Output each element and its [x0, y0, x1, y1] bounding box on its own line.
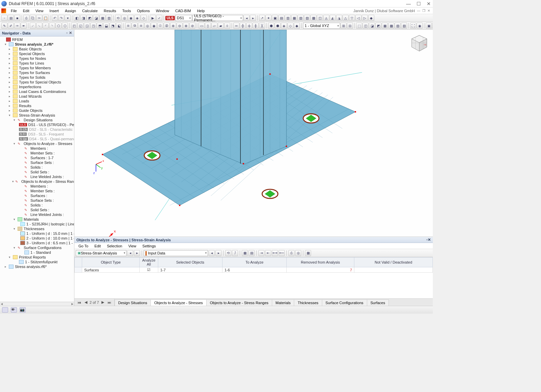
bp-selection[interactable]: Selection: [104, 244, 125, 248]
tree-folder[interactable]: ▸Types for Members: [0, 66, 74, 70]
mdi-restore-icon[interactable]: ❐: [422, 9, 425, 13]
g3-icon[interactable]: ⬚: [356, 23, 362, 29]
g2-icon[interactable]: ⊟: [347, 23, 353, 29]
e28-icon[interactable]: ⊗: [183, 23, 189, 29]
3d-viewport[interactable]: x y z X Y Z +X: [74, 30, 433, 237]
view-2-icon[interactable]: ◨: [80, 15, 86, 21]
bp-t10-icon[interactable]: ◎: [295, 250, 301, 256]
cut-icon[interactable]: ✂: [36, 15, 42, 21]
minimize-button[interactable]: —: [406, 1, 411, 6]
tree-folder[interactable]: ▸Results: [0, 103, 74, 108]
m1-icon[interactable]: ═: [233, 23, 239, 29]
bp-combo2[interactable]: ▌ Input Data: [144, 250, 208, 256]
e13-icon[interactable]: ◲: [84, 23, 90, 29]
r7-icon[interactable]: ▧: [298, 15, 304, 21]
c2-icon[interactable]: ⬣: [275, 23, 281, 29]
tree-folder[interactable]: ▸Types for Surfaces: [0, 70, 74, 75]
nav-hscroll[interactable]: [0, 302, 74, 306]
tree-ds-item[interactable]: ULSDS1 - ULS (STR/GEO) - Perman: [0, 122, 74, 127]
close-button[interactable]: ✕: [426, 1, 431, 6]
e23-icon[interactable]: ◉: [151, 23, 157, 29]
r5-icon[interactable]: ▥: [285, 15, 291, 21]
sel2-icon[interactable]: ▯: [205, 23, 211, 29]
mdi-close-icon[interactable]: ✕: [427, 9, 430, 13]
tab-ota-ranges[interactable]: Objects to Analyze - Stress Ranges: [206, 299, 272, 306]
bp-t5-icon[interactable]: ⇥: [258, 250, 264, 256]
c4-icon[interactable]: ◇: [287, 23, 293, 29]
r16-icon[interactable]: ◁: [355, 15, 361, 21]
tree-ota-item[interactable]: Surface Sets :: [0, 198, 74, 203]
tab-thicknesses[interactable]: Thicknesses: [294, 299, 322, 306]
results-icon[interactable]: ✓: [156, 15, 162, 21]
e10-icon[interactable]: ⬡: [62, 23, 68, 29]
view-4-icon[interactable]: ◪: [93, 15, 99, 21]
tree-thk-item[interactable]: 1 - Uniform | d : 15.0 mm | 1 - S23: [0, 231, 74, 236]
m5-icon[interactable]: ╳: [259, 23, 265, 29]
copy-icon[interactable]: ⿻: [30, 15, 36, 21]
e7-icon[interactable]: ◜: [43, 23, 49, 29]
e1-icon[interactable]: ✎: [1, 23, 7, 29]
bp-t8-icon[interactable]: ⟵: [279, 250, 285, 256]
tab-materials[interactable]: Materials: [272, 299, 295, 306]
tree-ota-item[interactable]: Surface Sets :: [0, 160, 74, 165]
combo-coord[interactable]: 1 - Global XYZ: [303, 23, 340, 29]
bp-prev2-icon[interactable]: ◂: [209, 250, 215, 256]
bp-t4-icon[interactable]: ▤: [249, 250, 255, 256]
r6-icon[interactable]: ▦: [291, 15, 297, 21]
e2-icon[interactable]: ✐: [8, 23, 14, 29]
bp-t2-icon[interactable]: ⤴: [232, 250, 238, 256]
bp-next2-icon[interactable]: ▸: [215, 250, 221, 256]
tree-ota-item[interactable]: Member Sets :: [0, 151, 74, 155]
menu-calculate[interactable]: Calculate: [79, 8, 100, 14]
menu-file[interactable]: File: [8, 8, 20, 14]
g10-icon[interactable]: ▧: [401, 23, 407, 29]
e29-icon[interactable]: ⊘: [189, 23, 195, 29]
tab-ota-stresses[interactable]: Objects to Analyze - Stresses: [150, 299, 207, 306]
calc-icon[interactable]: ▶: [150, 15, 156, 21]
tree-thk-item[interactable]: 2 - Uniform | d : 10.0 mm | 1 - S23: [0, 236, 74, 241]
tree-folder[interactable]: ▸Basic Objects: [0, 47, 74, 51]
new-icon[interactable]: ▫: [1, 15, 7, 21]
tool-a-icon[interactable]: ⟲: [115, 15, 121, 21]
e12-icon[interactable]: ◱: [77, 23, 84, 29]
tree-thk-item[interactable]: 3 - Uniform | d : 6.5 mm | 1 - S235: [0, 241, 74, 245]
tree-folder[interactable]: ▸Types for Solids: [0, 75, 74, 80]
tool-b-icon[interactable]: ◎: [121, 15, 127, 21]
tree-folder[interactable]: ▸Load Wizards: [0, 94, 74, 99]
tab-surfaces[interactable]: Surfaces: [367, 299, 389, 306]
status-icon-cam[interactable]: 📷: [20, 307, 26, 313]
maximize-button[interactable]: ☐: [416, 1, 421, 6]
c1-icon[interactable]: ⬢: [268, 23, 274, 29]
print-icon[interactable]: ⎙: [23, 15, 29, 21]
view-5-icon[interactable]: ▦: [99, 15, 105, 21]
e26-icon[interactable]: ⊕: [170, 23, 176, 29]
e20-icon[interactable]: ⧉: [132, 23, 138, 29]
status-icon-eye[interactable]: 👁: [11, 307, 17, 313]
c3-icon[interactable]: ◈: [281, 23, 287, 29]
r11-icon[interactable]: ◬: [323, 15, 329, 21]
menu-cadbim[interactable]: CAD-BIM: [172, 8, 193, 14]
e9-icon[interactable]: ⬠: [55, 23, 62, 29]
menu-view[interactable]: View: [33, 8, 46, 14]
r4-icon[interactable]: ▤: [278, 15, 284, 21]
bp-t6-icon[interactable]: ⇤: [265, 250, 271, 256]
save-icon[interactable]: ■: [14, 15, 20, 21]
sel1-icon[interactable]: ▭: [198, 23, 205, 29]
tree-ota-item[interactable]: Members :: [0, 184, 74, 189]
tree-ds-item[interactable]: S QpDS4 - SLS - Quasi-permanent: [0, 137, 74, 141]
tree-folder[interactable]: ▸Types for Special Objects: [0, 80, 74, 84]
tree-folder[interactable]: ▸Loads: [0, 99, 74, 103]
bp-t1-icon[interactable]: ⟲: [225, 250, 231, 256]
combo-ds-desc[interactable]: ULS (STR/GEO) - Permanent...: [192, 15, 243, 21]
sel4-icon[interactable]: ▰: [218, 23, 224, 29]
e17-icon[interactable]: ⬔: [110, 23, 116, 29]
bp-close-icon[interactable]: ✕: [428, 238, 431, 242]
x1-icon[interactable]: ⛶: [410, 23, 416, 29]
m3-icon[interactable]: ╪: [246, 23, 252, 29]
e21-icon[interactable]: ⧇: [138, 23, 144, 29]
tree-ota-item[interactable]: Surfaces :: [0, 193, 74, 198]
paste-icon[interactable]: 📋: [43, 15, 49, 21]
nav-float-icon[interactable]: ▫: [66, 31, 68, 35]
tool-c-icon[interactable]: ◉: [128, 15, 134, 21]
menu-window[interactable]: Window: [153, 8, 172, 14]
